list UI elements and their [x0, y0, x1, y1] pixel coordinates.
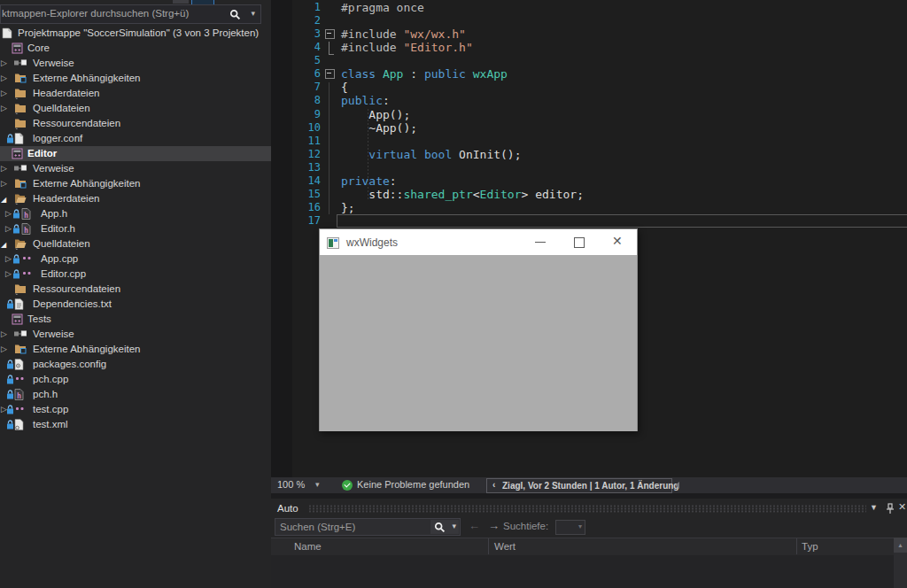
search-depth-label: Suchtiefe:: [503, 521, 548, 531]
scope-guide-line: [329, 82, 329, 214]
code-line-7[interactable]: {: [341, 81, 348, 94]
scroll-left-icon[interactable]: [675, 482, 679, 489]
tree-item-app-cpp[interactable]: ▷App.cpp: [0, 251, 271, 267]
expand-arrow-icon[interactable]: ▷: [1, 104, 7, 113]
tree-item-externe-abh-ngigkeiten[interactable]: ▷Externe Abhängigkeiten: [0, 176, 271, 191]
expand-arrow-icon[interactable]: ▷: [1, 58, 7, 68]
tree-item-editor[interactable]: Editor: [0, 146, 271, 161]
column-separator[interactable]: [488, 538, 489, 554]
code-token: public: [424, 67, 466, 81]
tree-item-ressourcendateien[interactable]: Ressourcendateien: [0, 282, 271, 297]
tree-item-verweise[interactable]: ▷Verweise: [0, 327, 271, 342]
panel-drag-grip[interactable]: [308, 505, 866, 513]
tree-item-label: Externe Abhängigkeiten: [33, 344, 140, 354]
tree-item-projektmappe-soccersimulation-3-von-3-projekten-[interactable]: Projektmappe "SoccerSimulation" (3 von 3…: [0, 26, 271, 41]
window-position-icon[interactable]: ▼: [870, 503, 878, 512]
code-line-8[interactable]: public:: [341, 94, 390, 107]
problems-status[interactable]: Keine Probleme gefunden: [357, 479, 469, 490]
tree-item-externe-abh-ngigkeiten[interactable]: ▷Externe Abhängigkeiten: [0, 342, 271, 357]
expand-arrow-icon[interactable]: ▷: [5, 224, 12, 234]
tree-item-verweise[interactable]: ▷Verweise: [0, 161, 271, 176]
tree-item-label: Quelldateien: [33, 238, 90, 249]
minimize-icon[interactable]: [535, 242, 546, 243]
git-author-info: Ziagl, Vor 2 Stunden | 1 Autor, 1 Änderu…: [502, 481, 678, 491]
tree-item-editor-h[interactable]: ▷hEditor.h: [0, 221, 271, 236]
search-options-chevron-icon[interactable]: ▾: [251, 9, 255, 18]
tree-item-tests[interactable]: Tests: [0, 312, 271, 327]
code-line-14[interactable]: private:: [341, 174, 397, 188]
expand-arrow-icon[interactable]: ▷: [1, 89, 7, 98]
line-number: 13: [292, 161, 321, 174]
expand-arrow-icon[interactable]: ▷: [1, 164, 7, 174]
tree-item-editor-cpp[interactable]: ▷Editor.cpp: [0, 267, 271, 282]
watch-search-button[interactable]: ▾: [430, 520, 459, 534]
collapse-arrow-icon[interactable]: ◢: [1, 240, 6, 250]
zoom-chevron-icon[interactable]: ▾: [315, 480, 320, 489]
expand-arrow-icon[interactable]: ▷: [1, 344, 7, 354]
tree-item-ressourcendateien[interactable]: Ressourcendateien: [0, 116, 271, 131]
expand-arrow-icon[interactable]: ▷: [5, 269, 12, 279]
tree-item-test-cpp[interactable]: ▷test.cpp: [0, 402, 271, 417]
tree-item-core[interactable]: Core: [0, 41, 271, 56]
expand-arrow-icon[interactable]: ▷: [1, 329, 7, 339]
tree-item-quelldateien[interactable]: ▷Quelldateien: [0, 101, 271, 116]
wxwidgets-titlebar[interactable]: wxWidgets ✕: [320, 229, 637, 255]
tree-item-dependencies-txt[interactable]: Dependencies.txt: [0, 297, 271, 312]
watch-grid-body[interactable]: [271, 555, 907, 588]
git-codelens-info[interactable]: ‹ Ziagl, Vor 2 Stunden | 1 Autor, 1 Ände…: [486, 478, 672, 493]
maximize-icon[interactable]: [574, 237, 585, 248]
column-separator[interactable]: [796, 538, 797, 554]
line-number: 16: [292, 201, 321, 214]
back-arrow-icon[interactable]: ←: [469, 519, 480, 532]
fold-collapse-icon[interactable]: [325, 29, 335, 39]
watch-search-placeholder: Suchen (Strg+E): [280, 522, 355, 532]
column-header-name[interactable]: Name: [294, 541, 322, 552]
column-header-wert[interactable]: Wert: [494, 541, 516, 552]
tree-item-test-xml[interactable]: test.xml: [0, 417, 271, 432]
expand-arrow-icon[interactable]: ▷: [5, 254, 12, 264]
search-depth-select[interactable]: ▾: [555, 520, 585, 535]
tree-item-headerdateien[interactable]: ◢Headerdateien: [0, 191, 271, 206]
watch-search-input[interactable]: Suchen (Strg+E) ▾: [275, 518, 461, 536]
code-token: App: [383, 67, 403, 81]
tree-item-verweise[interactable]: ▷Verweise: [0, 56, 271, 71]
chevron-left-icon: ‹: [492, 480, 495, 490]
code-line-3[interactable]: #include "wx/wx.h": [341, 27, 466, 41]
code-line-10[interactable]: ~App();: [341, 121, 417, 135]
references-icon: [14, 163, 27, 174]
tree-item-pch-cpp[interactable]: pch.cpp: [0, 372, 271, 387]
close-icon[interactable]: ✕: [612, 234, 623, 248]
expand-arrow-icon[interactable]: ▷: [5, 209, 12, 219]
tree-item-headerdateien[interactable]: ▷Headerdateien: [0, 86, 271, 101]
fold-collapse-icon[interactable]: [325, 69, 335, 79]
zoom-level-select[interactable]: 100 %: [277, 479, 305, 490]
code-line-6[interactable]: class App : public wxApp: [341, 67, 508, 81]
tree-item-label: Verweise: [33, 329, 74, 339]
expand-arrow-icon[interactable]: ▷: [1, 74, 7, 83]
wxwidgets-window[interactable]: wxWidgets ✕: [319, 228, 638, 431]
close-icon[interactable]: ✕: [898, 501, 906, 513]
collapse-arrow-icon[interactable]: ◢: [1, 195, 6, 205]
line-number: 6: [292, 67, 321, 81]
tree-item-quelldateien[interactable]: ◢Quelldateien: [0, 236, 271, 251]
forward-arrow-icon[interactable]: →: [488, 519, 500, 532]
pin-icon[interactable]: [886, 502, 895, 518]
code-line-16[interactable]: };: [341, 201, 355, 214]
expand-arrow-icon[interactable]: ▷: [1, 179, 7, 189]
code-line-15[interactable]: std::shared_ptr<Editor> editor;: [341, 188, 584, 201]
scroll-up-icon[interactable]: ▲: [894, 538, 907, 553]
code-line-9[interactable]: App();: [341, 108, 410, 121]
watch-scrollbar[interactable]: ▲: [894, 538, 907, 588]
solution-search-input[interactable]: ktmappen-Explorer durchsuchen (Strg+ü) ▾: [0, 4, 261, 24]
tree-item-pch-h[interactable]: hpch.h: [0, 387, 271, 402]
code-line-4[interactable]: #include "Editor.h": [341, 41, 473, 54]
tree-item-packages-config[interactable]: packages.config: [0, 357, 271, 372]
search-icon[interactable]: [229, 8, 241, 24]
code-token: private: [341, 174, 390, 188]
tree-item-app-h[interactable]: ▷hApp.h: [0, 206, 271, 221]
column-header-typ[interactable]: Typ: [802, 541, 818, 552]
tree-item-externe-abh-ngigkeiten[interactable]: ▷Externe Abhängigkeiten: [0, 71, 271, 86]
tree-item-logger-conf[interactable]: logger.conf: [0, 131, 271, 146]
solution-icon: [2, 27, 14, 39]
code-line-1[interactable]: #pragma once: [341, 1, 424, 14]
